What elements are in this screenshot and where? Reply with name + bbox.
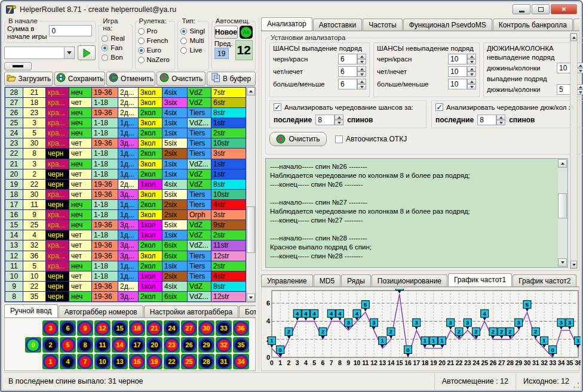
table-row[interactable]: 1711черннеч1-181д...2кол2sixTiers4str	[5, 200, 246, 210]
spinner-down-button[interactable]	[357, 59, 366, 64]
radio-option-pro[interactable]: Pro	[138, 27, 173, 35]
minimize-button[interactable]	[513, 4, 530, 14]
scroll-thumb[interactable]	[247, 206, 255, 253]
input-tab-2[interactable]: Автограббер номеров	[59, 305, 143, 317]
start-sum-input[interactable]	[49, 25, 92, 36]
spinner-up-button[interactable]	[467, 66, 476, 72]
board-number-24[interactable]: 24	[164, 320, 180, 336]
table-row[interactable]: 1830кра...чет19-363д...3кол5sixTiers10st…	[5, 190, 246, 200]
analyzer-spinner-input[interactable]	[448, 79, 467, 89]
board-number-31[interactable]: 31	[216, 354, 232, 369]
table-row[interactable]: 202чернчет1-181д...2кол1sixVdZ1str	[5, 169, 246, 180]
table-row[interactable]: 253кра...неч1-181д...3кол1sixVdZ...1str	[5, 118, 246, 128]
загрузить-button[interactable]: Загрузить	[4, 72, 53, 86]
collapse-button[interactable]	[4, 62, 32, 70]
table-row[interactable]: 2330кра...чет19-363д...3кол5sixTiers10st…	[5, 138, 246, 149]
page-scrollbar[interactable]	[570, 33, 578, 269]
board-number-32[interactable]: 32	[216, 337, 232, 353]
radio-option-nazero[interactable]: NaZero	[138, 56, 173, 63]
table-row[interactable]: 228чернчет1-181д...2кол2sixTiers3str	[5, 149, 246, 159]
radio-option-fan[interactable]: Fan	[102, 44, 129, 51]
resize-grip[interactable]	[572, 373, 580, 390]
board-number-34[interactable]: 34	[233, 354, 249, 369]
log-scroll-down-button[interactable]	[558, 258, 567, 267]
log-scroll-track[interactable]	[558, 168, 567, 258]
board-number-16[interactable]: 16	[129, 354, 145, 369]
title-bar[interactable]: HelperRoullet 8.71 - create helperroulle…	[1, 1, 582, 16]
сохранить-button[interactable]: Сохранить	[54, 72, 106, 86]
radio-option-live[interactable]: Live	[180, 47, 205, 54]
maximize-button[interactable]	[532, 4, 550, 14]
input-tab-1[interactable]: Ручной ввод	[4, 304, 58, 317]
autoshift-badge[interactable]: As	[240, 26, 253, 39]
close-button[interactable]: ✕	[551, 4, 577, 14]
table-row[interactable]: 1525кра...неч19-363д...1кол5sixVdZ9str	[5, 220, 246, 230]
table-row[interactable]: 115кра...неч1-181д...2кол1sixTiers2str	[5, 261, 246, 271]
board-number-14[interactable]: 14	[112, 337, 128, 353]
board-number-12[interactable]: 12	[94, 320, 111, 336]
spins-count-spinner-input[interactable]	[477, 115, 496, 125]
analyzer-tab-2[interactable]: Автоставки	[313, 18, 363, 30]
board-number-13[interactable]: 13	[112, 354, 128, 369]
table-row[interactable]: 2623кра...неч19-362д...2кол4sixTiers8str	[5, 108, 246, 118]
analyzer-tab-3[interactable]: Частоты	[363, 18, 403, 30]
alternation-checkbox[interactable]	[435, 103, 443, 111]
scroll-up-button[interactable]	[247, 87, 255, 95]
chart-tab-1[interactable]: Управление	[261, 274, 313, 286]
new-button[interactable]: Новое	[214, 26, 238, 39]
chart-tab-4[interactable]: Позиционирование	[372, 274, 447, 286]
board-number-9[interactable]: 9	[77, 320, 93, 336]
input-tab-4[interactable]: Бот	[239, 305, 256, 317]
board-number-22[interactable]: 22	[164, 354, 180, 369]
analyzer-spinner-input[interactable]	[338, 66, 357, 77]
board-number-18[interactable]: 18	[129, 320, 145, 336]
spinner-down-button[interactable]	[496, 120, 505, 125]
board-number-21[interactable]: 21	[146, 320, 162, 336]
start-button[interactable]	[78, 45, 96, 60]
table-row[interactable]: 1332кра...чет19-363д...2кол6sixVdZ...11s…	[5, 240, 246, 251]
spinner-down-button[interactable]	[357, 84, 366, 89]
table-row[interactable]: 835черннеч19-363д...2кол6sixVdZ...12str	[5, 292, 246, 302]
log-scroll-up-button[interactable]	[558, 159, 567, 168]
table-row[interactable]: 1236кра...чет19-363д...3кол6sixTiers12st…	[5, 251, 246, 261]
board-number-27[interactable]: 27	[181, 320, 197, 336]
очистить-button[interactable]: Очистить	[157, 72, 205, 86]
отменить-button[interactable]: Отменить	[106, 72, 155, 86]
spinner-down-button[interactable]	[335, 120, 343, 125]
board-number-15[interactable]: 15	[112, 320, 128, 336]
table-row[interactable]: 1922чернчет19-362д...1кол4sixVdZ8str	[5, 180, 246, 190]
spinner-down-button[interactable]	[357, 72, 366, 77]
spinner-up-button[interactable]	[496, 115, 505, 120]
table-row[interactable]: 245кра...неч1-181д...2кол1sixTiers2str	[5, 128, 246, 138]
analyzer-tab-5[interactable]: Контроль банкролла	[493, 18, 573, 30]
spinner-down-button[interactable]	[467, 84, 476, 89]
scroll-track[interactable]	[247, 95, 255, 294]
board-number-7[interactable]: 7	[77, 354, 93, 369]
board-number-10[interactable]: 10	[94, 354, 111, 369]
page-scroll-up-button[interactable]	[570, 33, 577, 41]
board-number-19[interactable]: 19	[146, 354, 162, 369]
table-row[interactable]: 213кра...неч1-181д...3кол1sixVdZ...1str	[5, 159, 246, 169]
table-row[interactable]: 2821кра...неч19-362д...3кол4sixVdZ7str	[5, 88, 246, 98]
spins-count-spinner-input[interactable]	[315, 115, 335, 125]
board-number-5[interactable]: 5	[60, 337, 76, 353]
analyzer-spinner-input[interactable]	[338, 54, 357, 64]
spinner-down-button[interactable]	[467, 59, 476, 64]
board-number-2[interactable]: 2	[42, 337, 59, 353]
board-number-1[interactable]: 1	[42, 354, 59, 369]
radio-option-euro[interactable]: Euro	[138, 47, 173, 54]
copy-to-buffer-button[interactable]: В буфер	[207, 72, 256, 86]
spinner-down-button[interactable]	[467, 72, 476, 77]
table-row[interactable]: 922чернчет19-362д...1кол4sixVdZ8str	[5, 282, 246, 292]
board-number-3[interactable]: 3	[42, 320, 59, 336]
board-number-30[interactable]: 30	[198, 320, 214, 336]
spinner-up-button[interactable]	[357, 54, 366, 59]
board-number-4[interactable]: 4	[60, 354, 76, 369]
alternation-checkbox[interactable]	[274, 103, 281, 111]
spinner-up-button[interactable]	[335, 115, 343, 120]
board-number-11[interactable]: 11	[94, 337, 111, 353]
analyzer-tab-6[interactable]: Колесо ру	[573, 18, 579, 30]
spinner-up-button[interactable]	[467, 79, 476, 84]
radio-option-singl[interactable]: Singl	[180, 27, 205, 35]
analyzer-tab-4[interactable]: Функционал PsevdoMS	[403, 18, 492, 30]
